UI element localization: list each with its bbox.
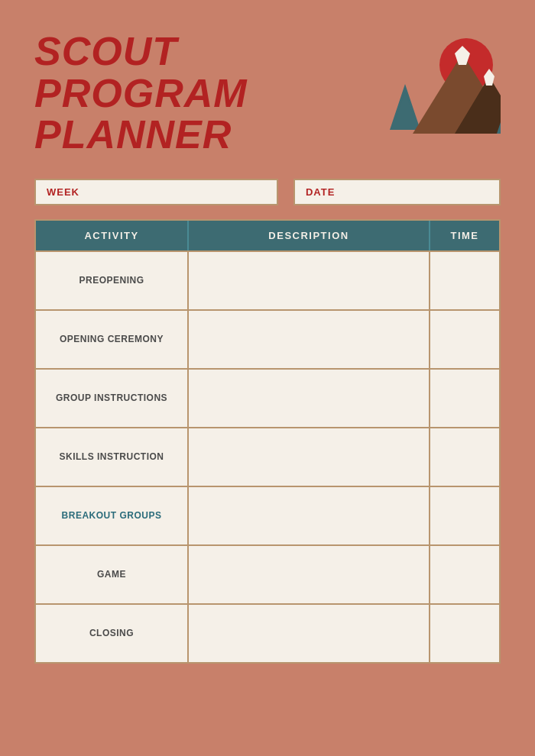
description-cell[interactable] <box>189 311 430 368</box>
activity-cell: PREOPENING <box>36 252 189 309</box>
description-cell[interactable] <box>189 487 430 544</box>
description-cell[interactable] <box>189 252 430 309</box>
time-cell[interactable] <box>430 487 499 544</box>
activity-cell: GROUP INSTRUCTIONS <box>36 370 189 427</box>
activity-cell: OPENING CEREMONY <box>36 311 189 368</box>
time-cell[interactable] <box>430 428 499 486</box>
header: SCOUT PROGRAM PLANNER <box>34 31 501 156</box>
title-line2: PROGRAM <box>34 73 248 115</box>
description-cell[interactable] <box>189 428 430 486</box>
title-line3: PLANNER <box>34 114 248 156</box>
time-cell[interactable] <box>430 605 499 662</box>
illustration <box>348 31 501 153</box>
description-cell[interactable] <box>189 605 430 662</box>
time-cell[interactable] <box>430 370 499 427</box>
week-date-row: WEEK DATE <box>34 179 501 205</box>
table-row: GROUP INSTRUCTIONS <box>36 368 499 427</box>
table-row: CLOSING <box>36 603 499 662</box>
col-header-activity: ACTIVITY <box>36 221 189 250</box>
activity-cell: SKILLS INSTRUCTION <box>36 428 189 486</box>
activity-table: ACTIVITY DESCRIPTION TIME PREOPENING OPE… <box>34 219 501 664</box>
time-cell[interactable] <box>430 546 499 603</box>
activity-cell: CLOSING <box>36 605 189 662</box>
week-field[interactable]: WEEK <box>34 179 278 205</box>
week-label: WEEK <box>47 186 79 198</box>
table-row: SKILLS INSTRUCTION <box>36 427 499 486</box>
page: SCOUT PROGRAM PLANNER <box>0 0 535 756</box>
description-cell[interactable] <box>189 370 430 427</box>
title-line1: SCOUT <box>34 31 248 73</box>
col-header-description: DESCRIPTION <box>189 221 430 250</box>
table-body: PREOPENING OPENING CEREMONY GROUP INSTRU… <box>36 250 499 662</box>
table-row: GAME <box>36 544 499 603</box>
main-title: SCOUT PROGRAM PLANNER <box>34 31 248 156</box>
table-row: OPENING CEREMONY <box>36 309 499 368</box>
table-row: BREAKOUT GROUPS <box>36 486 499 544</box>
time-cell[interactable] <box>430 252 499 309</box>
date-field[interactable]: DATE <box>293 179 501 205</box>
description-cell[interactable] <box>189 546 430 603</box>
activity-cell: GAME <box>36 546 189 603</box>
col-header-time: TIME <box>430 221 499 250</box>
table-header-row: ACTIVITY DESCRIPTION TIME <box>36 221 499 250</box>
date-label: DATE <box>306 186 335 198</box>
activity-cell: BREAKOUT GROUPS <box>36 487 189 544</box>
time-cell[interactable] <box>430 311 499 368</box>
table-row: PREOPENING <box>36 250 499 309</box>
